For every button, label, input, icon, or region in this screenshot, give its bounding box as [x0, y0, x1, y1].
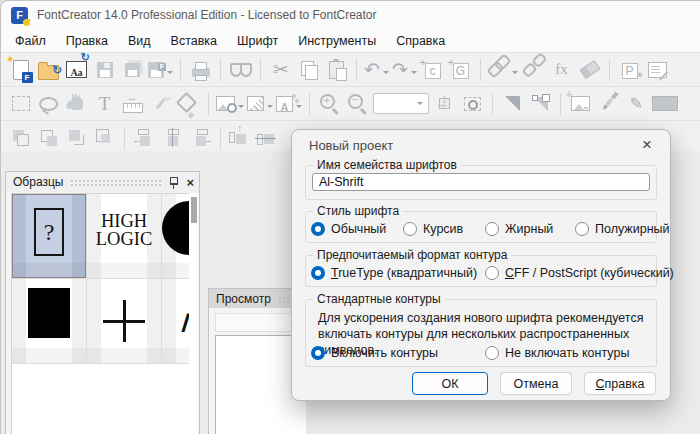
save-icon[interactable]: [92, 57, 117, 82]
toolbar-separator: [560, 93, 561, 115]
format-truetype-radio[interactable]: TrueType (квадратичный): [311, 266, 485, 280]
zoom-selection-icon[interactable]: [460, 91, 485, 116]
zoom-level-icon[interactable]: [373, 91, 429, 116]
erase-icon[interactable]: [577, 57, 602, 82]
background-image-icon[interactable]: [216, 91, 244, 116]
glyph-cell-plus[interactable]: [87, 279, 162, 364]
overlap-union-icon[interactable]: [8, 125, 33, 150]
menu-insert[interactable]: Вставка: [161, 32, 227, 50]
dropdown-caret-icon[interactable]: [411, 71, 417, 77]
samples-close-icon[interactable]: ×: [186, 176, 194, 189]
dialog-close-icon[interactable]: ×: [639, 135, 655, 155]
fill-icon[interactable]: [176, 91, 201, 116]
font-properties-icon[interactable]: P: [617, 57, 642, 82]
glyph-cell-square[interactable]: [12, 279, 87, 364]
style-bold-radio[interactable]: Жирный: [485, 222, 575, 236]
panel-grip: [70, 179, 161, 187]
toolbar-separator: [492, 93, 493, 115]
dropdown-caret-icon[interactable]: [238, 105, 244, 111]
menu-tools[interactable]: Инструменты: [288, 32, 386, 50]
scrollbar-thumb[interactable]: [191, 197, 197, 223]
overlap-intersect-icon[interactable]: [36, 125, 61, 150]
menu-font[interactable]: Шрифт: [227, 32, 288, 50]
paste-icon[interactable]: [324, 57, 349, 82]
pin-icon[interactable]: [168, 176, 179, 189]
ok-button[interactable]: ОК: [412, 372, 488, 395]
dropdown-caret-icon[interactable]: [267, 105, 273, 111]
cut-icon[interactable]: ✂: [268, 57, 293, 82]
dialog-title: Новый проект: [309, 138, 393, 153]
pan-icon[interactable]: [64, 91, 89, 116]
glyph-cell-notdef[interactable]: ?: [12, 194, 87, 279]
standard-outlines-group: Стандартные контуры Для ускорения создан…: [305, 299, 657, 367]
decompose-icon[interactable]: [521, 57, 546, 82]
font-overview-icon[interactable]: [64, 57, 89, 82]
align-right-icon[interactable]: [188, 125, 213, 150]
dropdown-caret-icon[interactable]: [383, 71, 389, 77]
glyph-cell-circle[interactable]: [162, 194, 189, 279]
draw-contour-icon[interactable]: ✎: [624, 91, 649, 116]
menu-help[interactable]: Справка: [386, 32, 455, 50]
align-top-icon[interactable]: [228, 125, 253, 150]
color-swatch-icon[interactable]: [652, 91, 678, 116]
style-regular-radio[interactable]: Обычный: [311, 222, 403, 236]
copy-icon[interactable]: [296, 57, 321, 82]
glyph-color-icon[interactable]: [276, 91, 302, 116]
outlines-include-radio[interactable]: Включить контуры: [311, 346, 485, 360]
redo-icon[interactable]: ↷: [392, 57, 417, 82]
glyph-cell-high-logic[interactable]: HIGHLOGIC: [87, 194, 162, 279]
import-image-icon[interactable]: [568, 91, 593, 116]
outlines-exclude-radio[interactable]: Не включать контуры: [485, 346, 629, 360]
glyph-cell-caret[interactable]: ∧: [162, 279, 189, 364]
fill-mode-icon[interactable]: [247, 91, 273, 116]
format-cff-radio[interactable]: CFF / PostScript (кубический): [485, 266, 674, 280]
new-project-icon[interactable]: [8, 57, 33, 82]
undo-icon[interactable]: ↶: [364, 57, 389, 82]
glyph-cell-high-logic-glyph: HIGHLOGIC: [96, 213, 153, 248]
cancel-button[interactable]: Отмена: [500, 372, 572, 395]
app-icon: F: [11, 7, 28, 24]
menu-file[interactable]: Файл: [5, 32, 56, 50]
menu-edit[interactable]: Правка: [56, 32, 118, 50]
lasso-select-icon[interactable]: [36, 91, 61, 116]
outline-format-group: Предпочитаемый формат контура TrueType (…: [305, 255, 657, 287]
zoom-fit-icon[interactable]: [432, 91, 457, 116]
overlap-subtract-icon[interactable]: [92, 125, 117, 150]
add-glyphs-icon[interactable]: G: [448, 57, 473, 82]
text-tool-icon[interactable]: T: [92, 91, 117, 116]
measure-icon[interactable]: [120, 91, 145, 116]
family-name-input[interactable]: [312, 173, 650, 191]
add-characters-icon[interactable]: c: [420, 57, 445, 82]
style-italic-radio[interactable]: Курсив: [403, 222, 485, 236]
dropdown-caret-icon[interactable]: [167, 71, 173, 77]
save-all-icon[interactable]: [120, 57, 145, 82]
save-as-icon[interactable]: [148, 57, 173, 82]
contour-pointer-icon[interactable]: [500, 91, 525, 116]
format-truetype-label: TrueType (квадратичный): [331, 266, 477, 280]
help-button[interactable]: Справка: [584, 372, 656, 395]
glyph-cell-caret-glyph: ∧: [177, 305, 189, 337]
release-notes-icon[interactable]: [645, 57, 670, 82]
dropdown-caret-icon[interactable]: [296, 105, 302, 111]
overlap-exclude-icon[interactable]: [64, 125, 89, 150]
brush-icon[interactable]: [596, 91, 621, 116]
samples-scrollbar[interactable]: [189, 193, 198, 434]
open-font-icon[interactable]: [36, 57, 61, 82]
align-middle-icon[interactable]: [256, 125, 281, 150]
zoom-out-icon[interactable]: [345, 91, 370, 116]
point-pointer-icon[interactable]: [528, 91, 553, 116]
make-composite-icon[interactable]: [488, 57, 518, 82]
style-semibold-label: Полужирный: [595, 222, 670, 236]
transform-icon[interactable]: fx: [549, 57, 574, 82]
style-semibold-radio[interactable]: Полужирный: [575, 222, 670, 236]
rectangle-select-icon[interactable]: [8, 91, 33, 116]
toolbar-separator: [124, 127, 125, 149]
print-icon[interactable]: [188, 57, 213, 82]
menu-view[interactable]: Вид: [118, 32, 161, 50]
find-icon[interactable]: [228, 57, 253, 82]
align-left-icon[interactable]: [132, 125, 157, 150]
zoom-in-icon[interactable]: [317, 91, 342, 116]
dropdown-caret-icon[interactable]: [512, 71, 518, 77]
knife-icon[interactable]: [148, 91, 173, 116]
align-center-icon[interactable]: [160, 125, 185, 150]
